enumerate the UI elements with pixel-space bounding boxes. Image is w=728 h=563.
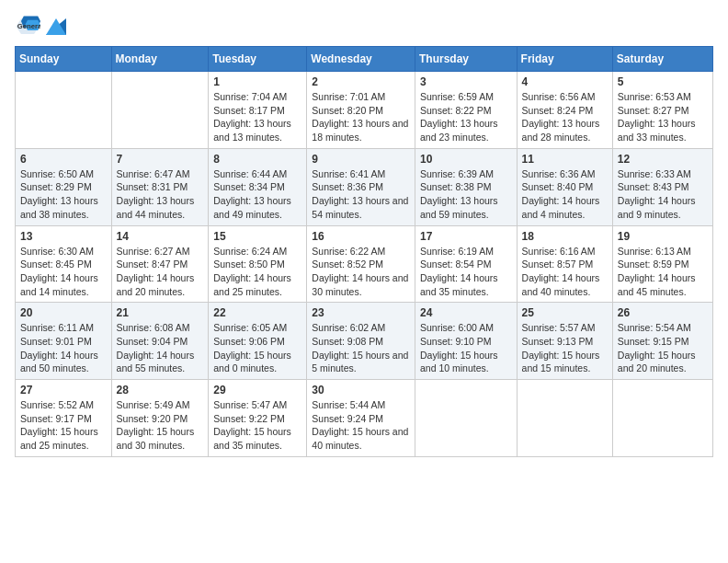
weekday-header-cell: Saturday	[612, 47, 712, 72]
day-number: 29	[213, 384, 301, 396]
day-number: 5	[618, 75, 708, 88]
day-info: Sunrise: 6:19 AMSunset: 8:54 PMDaylight:…	[420, 245, 512, 299]
day-number: 14	[117, 230, 204, 243]
calendar-week-row: 20Sunrise: 6:11 AMSunset: 9:01 PMDayligh…	[16, 303, 713, 380]
calendar-day-cell: 21Sunrise: 6:08 AMSunset: 9:04 PMDayligh…	[111, 303, 209, 380]
weekday-header-cell: Monday	[111, 47, 209, 72]
calendar-day-cell	[612, 380, 712, 457]
day-info: Sunrise: 6:56 AMSunset: 8:24 PMDaylight:…	[522, 90, 608, 144]
calendar-week-row: 13Sunrise: 6:30 AMSunset: 8:45 PMDayligh…	[16, 225, 713, 303]
day-number: 18	[522, 230, 608, 243]
calendar-day-cell: 19Sunrise: 6:13 AMSunset: 8:59 PMDayligh…	[612, 225, 712, 303]
calendar-day-cell: 30Sunrise: 5:44 AMSunset: 9:24 PMDayligh…	[307, 380, 415, 457]
day-number: 23	[312, 306, 410, 319]
calendar-table: SundayMondayTuesdayWednesdayThursdayFrid…	[15, 46, 713, 457]
day-info: Sunrise: 5:44 AMSunset: 9:24 PMDaylight:…	[312, 398, 410, 453]
weekday-header-row: SundayMondayTuesdayWednesdayThursdayFrid…	[16, 47, 713, 72]
calendar-day-cell: 2Sunrise: 7:01 AMSunset: 8:20 PMDaylight…	[307, 72, 415, 149]
calendar-day-cell: 13Sunrise: 6:30 AMSunset: 8:45 PMDayligh…	[16, 225, 112, 303]
day-info: Sunrise: 6:47 AMSunset: 8:31 PMDaylight:…	[117, 167, 204, 222]
day-info: Sunrise: 6:08 AMSunset: 9:04 PMDaylight:…	[117, 321, 204, 375]
day-number: 9	[312, 153, 410, 166]
day-info: Sunrise: 7:04 AMSunset: 8:17 PMDaylight:…	[213, 90, 301, 144]
day-number: 7	[117, 153, 204, 166]
day-info: Sunrise: 5:49 AMSunset: 9:20 PMDaylight:…	[117, 398, 204, 453]
calendar-day-cell: 3Sunrise: 6:59 AMSunset: 8:22 PMDaylight…	[415, 72, 517, 149]
calendar-day-cell: 25Sunrise: 5:57 AMSunset: 9:13 PMDayligh…	[517, 303, 612, 380]
day-info: Sunrise: 6:27 AMSunset: 8:47 PMDaylight:…	[117, 245, 204, 299]
day-number: 10	[420, 153, 512, 166]
calendar-day-cell: 4Sunrise: 6:56 AMSunset: 8:24 PMDaylight…	[517, 72, 612, 149]
calendar-day-cell: 27Sunrise: 5:52 AMSunset: 9:17 PMDayligh…	[16, 380, 112, 457]
weekday-header-cell: Friday	[517, 47, 612, 72]
day-number: 25	[522, 306, 608, 319]
svg-text:General: General	[17, 23, 40, 31]
calendar-day-cell: 20Sunrise: 6:11 AMSunset: 9:01 PMDayligh…	[16, 303, 112, 380]
calendar-day-cell	[16, 72, 112, 149]
day-number: 20	[20, 306, 107, 319]
calendar-day-cell: 10Sunrise: 6:39 AMSunset: 8:38 PMDayligh…	[415, 148, 517, 225]
day-number: 21	[117, 306, 204, 319]
day-number: 4	[522, 75, 608, 88]
day-number: 15	[213, 230, 301, 243]
calendar-day-cell	[415, 380, 517, 457]
calendar-day-cell: 29Sunrise: 5:47 AMSunset: 9:22 PMDayligh…	[209, 380, 307, 457]
weekday-header-cell: Thursday	[415, 47, 517, 72]
calendar-day-cell: 24Sunrise: 6:00 AMSunset: 9:10 PMDayligh…	[415, 303, 517, 380]
day-number: 1	[213, 75, 301, 88]
calendar-day-cell: 26Sunrise: 5:54 AMSunset: 9:15 PMDayligh…	[612, 303, 712, 380]
day-number: 16	[312, 230, 410, 243]
day-number: 27	[20, 384, 107, 396]
day-number: 2	[312, 75, 410, 88]
calendar-day-cell: 14Sunrise: 6:27 AMSunset: 8:47 PMDayligh…	[111, 225, 209, 303]
day-info: Sunrise: 6:24 AMSunset: 8:50 PMDaylight:…	[213, 245, 301, 299]
day-number: 12	[618, 153, 708, 166]
day-number: 3	[420, 75, 512, 88]
calendar-week-row: 1Sunrise: 7:04 AMSunset: 8:17 PMDaylight…	[16, 72, 713, 149]
day-info: Sunrise: 6:13 AMSunset: 8:59 PMDaylight:…	[618, 245, 708, 299]
day-info: Sunrise: 6:33 AMSunset: 8:43 PMDaylight:…	[618, 167, 708, 222]
calendar-day-cell: 18Sunrise: 6:16 AMSunset: 8:57 PMDayligh…	[517, 225, 612, 303]
day-info: Sunrise: 5:52 AMSunset: 9:17 PMDaylight:…	[20, 398, 107, 453]
day-number: 26	[618, 306, 708, 319]
calendar-day-cell: 23Sunrise: 6:02 AMSunset: 9:08 PMDayligh…	[307, 303, 415, 380]
day-info: Sunrise: 6:22 AMSunset: 8:52 PMDaylight:…	[312, 245, 410, 299]
day-info: Sunrise: 6:30 AMSunset: 8:45 PMDaylight:…	[20, 245, 107, 299]
day-info: Sunrise: 6:59 AMSunset: 8:22 PMDaylight:…	[420, 90, 512, 144]
weekday-header-cell: Tuesday	[209, 47, 307, 72]
day-info: Sunrise: 6:02 AMSunset: 9:08 PMDaylight:…	[312, 321, 410, 375]
day-info: Sunrise: 6:05 AMSunset: 9:06 PMDaylight:…	[213, 321, 301, 375]
day-number: 24	[420, 306, 512, 319]
logo-triangle-icon	[46, 18, 66, 35]
day-info: Sunrise: 6:39 AMSunset: 8:38 PMDaylight:…	[420, 167, 512, 222]
calendar-day-cell: 6Sunrise: 6:50 AMSunset: 8:29 PMDaylight…	[16, 148, 112, 225]
calendar-day-cell: 11Sunrise: 6:36 AMSunset: 8:40 PMDayligh…	[517, 148, 612, 225]
calendar-day-cell: 7Sunrise: 6:47 AMSunset: 8:31 PMDaylight…	[111, 148, 209, 225]
day-info: Sunrise: 5:47 AMSunset: 9:22 PMDaylight:…	[213, 398, 301, 453]
day-info: Sunrise: 5:54 AMSunset: 9:15 PMDaylight:…	[618, 321, 708, 375]
calendar-day-cell: 1Sunrise: 7:04 AMSunset: 8:17 PMDaylight…	[209, 72, 307, 149]
day-number: 28	[117, 384, 204, 396]
calendar-day-cell: 9Sunrise: 6:41 AMSunset: 8:36 PMDaylight…	[307, 148, 415, 225]
calendar-week-row: 6Sunrise: 6:50 AMSunset: 8:29 PMDaylight…	[16, 148, 713, 225]
calendar-day-cell: 5Sunrise: 6:53 AMSunset: 8:27 PMDaylight…	[612, 72, 712, 149]
day-number: 8	[213, 153, 301, 166]
calendar-week-row: 27Sunrise: 5:52 AMSunset: 9:17 PMDayligh…	[16, 380, 713, 457]
calendar-day-cell: 12Sunrise: 6:33 AMSunset: 8:43 PMDayligh…	[612, 148, 712, 225]
day-number: 17	[420, 230, 512, 243]
day-info: Sunrise: 6:53 AMSunset: 8:27 PMDaylight:…	[618, 90, 708, 144]
day-number: 11	[522, 153, 608, 166]
weekday-header-cell: Wednesday	[307, 47, 415, 72]
calendar-day-cell: 15Sunrise: 6:24 AMSunset: 8:50 PMDayligh…	[209, 225, 307, 303]
day-info: Sunrise: 6:11 AMSunset: 9:01 PMDaylight:…	[20, 321, 107, 375]
calendar-day-cell: 22Sunrise: 6:05 AMSunset: 9:06 PMDayligh…	[209, 303, 307, 380]
day-info: Sunrise: 6:36 AMSunset: 8:40 PMDaylight:…	[522, 167, 608, 222]
weekday-header-cell: Sunday	[16, 47, 112, 72]
calendar-day-cell	[517, 380, 612, 457]
day-info: Sunrise: 6:16 AMSunset: 8:57 PMDaylight:…	[522, 245, 608, 299]
page-header: General	[15, 15, 713, 37]
calendar-day-cell: 16Sunrise: 6:22 AMSunset: 8:52 PMDayligh…	[307, 225, 415, 303]
day-info: Sunrise: 5:57 AMSunset: 9:13 PMDaylight:…	[522, 321, 608, 375]
calendar-day-cell: 8Sunrise: 6:44 AMSunset: 8:34 PMDaylight…	[209, 148, 307, 225]
day-info: Sunrise: 6:00 AMSunset: 9:10 PMDaylight:…	[420, 321, 512, 375]
